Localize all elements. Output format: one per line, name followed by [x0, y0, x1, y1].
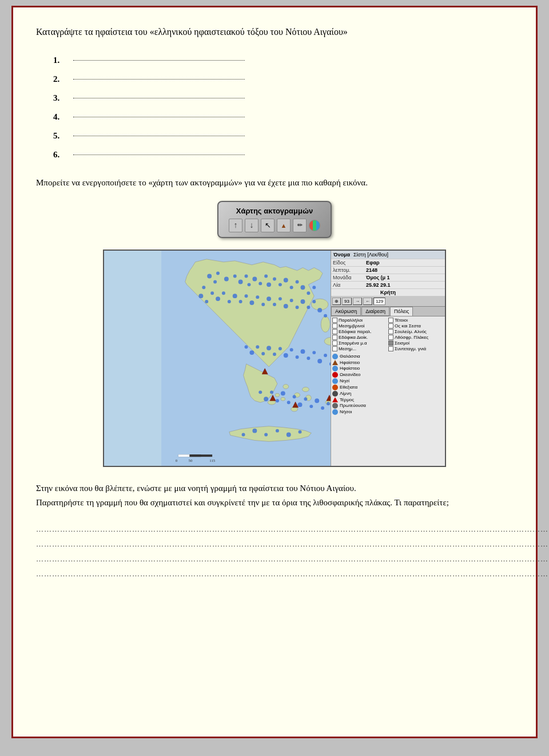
list-num-1: 1.	[53, 51, 70, 70]
cb-box-11[interactable]	[332, 346, 337, 351]
cursor-icon[interactable]: ↖	[261, 219, 274, 232]
cb-box-2[interactable]	[388, 318, 393, 323]
svg-point-82	[276, 399, 279, 402]
nav-button-4[interactable]: ←	[363, 298, 372, 305]
panel-tabs: Ακύρωση Διαίρεση Πόλεις	[331, 307, 445, 316]
prev-button[interactable]: ⊕	[332, 298, 341, 305]
svg-point-43	[216, 296, 220, 301]
nav-button-3[interactable]: →	[353, 298, 362, 305]
cb-box-9[interactable]	[332, 341, 337, 346]
svg-point-88	[309, 405, 313, 408]
tab-diairesi[interactable]: Διαίρεση	[361, 307, 389, 316]
cb-label-6: Σουλεύμ. Αλνός	[395, 329, 427, 334]
pen-icon[interactable]: ✏	[293, 219, 307, 232]
cb-box-4[interactable]	[388, 323, 393, 328]
svg-point-98	[299, 430, 302, 433]
svg-point-27	[252, 276, 257, 281]
svg-point-74	[307, 357, 310, 360]
svg-point-41	[205, 300, 208, 303]
legend-label-ifaisteio-2: Ηφαίστειο	[340, 366, 360, 371]
list-dots-3	[73, 98, 245, 98]
svg-point-90	[321, 406, 324, 410]
cb-lithosf: Λθόσφρ. Πλάκες	[388, 335, 444, 340]
page: Καταγράψτε τα ηφαίστεια του «ελληνικού η…	[11, 6, 538, 738]
svg-point-73	[301, 349, 305, 354]
svg-point-55	[284, 304, 288, 308]
cb-label-1: Παραλλήλοι	[339, 318, 363, 323]
legend-tri-ifaisteio	[332, 360, 338, 365]
answer-line-2: ……………………………………………………………………………………………………………	[36, 537, 513, 552]
legend-label-ethex: Εθεξιατα	[340, 385, 357, 390]
legend-ethex: Εθεξιατα	[332, 385, 444, 390]
svg-point-29	[264, 274, 268, 278]
cb-label-5: Εδάφικα παραλ.	[339, 329, 372, 334]
svg-point-49	[249, 300, 254, 305]
svg-point-83	[281, 391, 285, 395]
legend-tri-termos	[332, 397, 338, 402]
list-item: 3.	[53, 89, 513, 108]
svg-point-48	[245, 294, 248, 298]
cb-box-8[interactable]	[388, 335, 393, 340]
panel-field-label-4: Λία	[333, 282, 364, 288]
arrow-down-icon[interactable]: ↓	[245, 219, 258, 232]
svg-point-38	[312, 286, 316, 289]
svg-point-42	[210, 291, 214, 295]
legend-dot-ethex	[332, 385, 338, 390]
toolbar-image-area: Χάρτης ακτογραμμών ↑ ↓ ↖ ▲ ✏	[36, 201, 513, 238]
list-item: 6.	[53, 145, 513, 164]
legend-protefoussa: Πρωτεύουσα	[332, 403, 444, 409]
cb-edaf1: Εδάφικα παραλ.	[332, 329, 388, 334]
list-dots-4	[73, 117, 245, 117]
cb-box-5[interactable]	[332, 329, 337, 334]
svg-point-52	[266, 296, 271, 301]
arrow-up-icon[interactable]: ↑	[229, 219, 242, 232]
legend-label-ifaisteio-1: Ηφαίστειο	[340, 360, 360, 365]
legend-dot-nisi	[332, 378, 338, 384]
cb-box-10[interactable]	[388, 341, 393, 346]
svg-point-37	[307, 291, 310, 295]
tab-poleis[interactable]: Πόλεις	[390, 307, 413, 316]
svg-point-89	[315, 398, 319, 403]
toolbar-icons: ↑ ↓ ↖ ▲ ✏	[229, 219, 320, 232]
list-dots-2	[73, 79, 245, 80]
svg-point-15	[302, 387, 309, 391]
svg-point-60	[312, 300, 316, 303]
svg-point-91	[327, 402, 330, 405]
svg-point-39	[202, 286, 205, 289]
svg-point-84	[287, 401, 291, 404]
panel-field-value-3: Όμος (μ 1	[366, 275, 443, 280]
mountain-icon[interactable]: ▲	[277, 219, 291, 232]
cb-box-1[interactable]	[332, 318, 337, 323]
color-icon[interactable]	[309, 220, 320, 231]
svg-point-30	[266, 282, 271, 287]
cb-label-3: Μεσημβρινοί	[339, 323, 364, 328]
cb-edaf2: Εδάφικα Διοίκ.	[332, 335, 388, 340]
svg-point-63	[245, 345, 248, 349]
cb-box-7[interactable]	[332, 335, 337, 340]
tab-akyro[interactable]: Ακύρωση	[331, 307, 361, 316]
svg-point-66	[261, 352, 265, 355]
legend-dot-limni	[332, 391, 338, 397]
map-instruction-text: Μπορείτε να ενεργοποιήσετε το «χάρτη των…	[36, 176, 513, 189]
svg-point-59	[307, 306, 310, 309]
svg-point-85	[293, 395, 296, 398]
legend-dot-nisoi	[332, 409, 338, 415]
panel-field-label-3: Μονάδα	[333, 275, 364, 280]
nav-button-2[interactable]: 93	[342, 298, 352, 305]
cb-label-7: Εδάφικα Διοίκ.	[339, 335, 368, 340]
toolbar-box: Χάρτης ακτογραμμών ↑ ↓ ↖ ▲ ✏	[217, 201, 332, 238]
legend-label-termos: Τέρμος	[340, 397, 354, 402]
svg-point-13	[283, 384, 289, 389]
svg-point-69	[279, 347, 282, 350]
svg-point-33	[284, 278, 288, 282]
cb-label-8: Λθόσφρ. Πλάκες	[395, 335, 428, 340]
panel-crete-label: Κρήτη	[380, 290, 396, 295]
svg-point-80	[264, 397, 268, 401]
cb-box-3[interactable]	[332, 323, 337, 328]
legend-okeani: Ωκεανίδεο	[332, 372, 444, 378]
cb-oskai: Ος και Σεστα	[388, 323, 444, 328]
cb-box-12[interactable]	[388, 346, 393, 351]
cb-box-6[interactable]	[388, 329, 393, 334]
map-container: 0 50 115 Όνομα Σίστη [Λεκ/θου] Είδος Εφα…	[36, 250, 513, 467]
list-item: 2.	[53, 70, 513, 89]
